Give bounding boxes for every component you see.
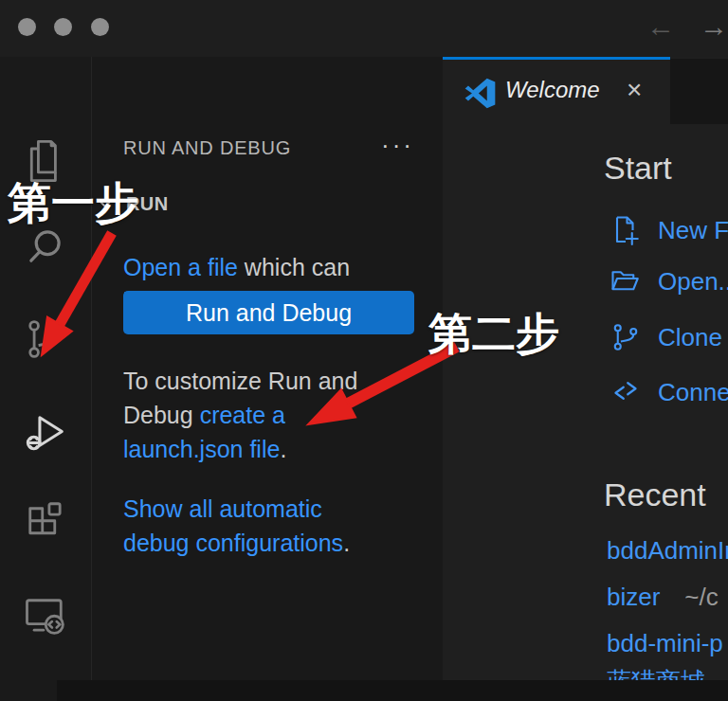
clone-repository-action[interactable]: Clone Git Repository... — [609, 318, 728, 356]
open-folder-icon — [609, 264, 643, 298]
start-item-label: Clone Git Repository... — [658, 323, 728, 352]
start-item-label: New File... — [658, 216, 728, 245]
recent-item-path: ~/c — [684, 583, 718, 612]
remote-connect-icon — [609, 375, 643, 409]
start-item-label: Open... — [658, 267, 728, 297]
run-debug-sidebar: RUN AND DEBUG ··· RUN Open a file which … — [92, 57, 443, 701]
recent-item: bddAdminInf — [607, 534, 728, 566]
customize-line2-prefix: Debug — [123, 402, 200, 428]
vscode-logo-icon — [464, 78, 496, 109]
start-item-label: Connect to... — [658, 378, 728, 407]
tab-close-icon[interactable]: × — [627, 75, 642, 105]
launch-json-file-link[interactable]: launch.json file — [123, 436, 280, 462]
bottom-strip-left — [0, 680, 57, 701]
sidebar-title: RUN AND DEBUG — [123, 137, 291, 159]
customize-line1: To customize Run and — [123, 364, 436, 398]
traffic-light-maximize-button[interactable] — [91, 18, 109, 36]
more-actions-button[interactable]: ··· — [381, 131, 414, 160]
new-file-action[interactable]: New File... — [609, 211, 728, 249]
show-all-suffix: . — [343, 530, 350, 556]
recent-item-truncated: 蓝猎商城 — [607, 665, 705, 680]
source-control-icon[interactable] — [21, 315, 70, 364]
traffic-light-close-button[interactable] — [18, 18, 36, 36]
recent-item-link[interactable]: bizer — [607, 583, 660, 612]
open-file-text-line1: Open a file which can — [123, 250, 436, 284]
customize-line2: Debug create a — [123, 398, 436, 432]
step1-label: 第一步 — [8, 174, 138, 233]
open-file-rest: which can — [238, 254, 350, 280]
debug-configurations-link[interactable]: debug configurations — [123, 530, 343, 556]
recent-item-link[interactable]: 蓝猎商城 — [607, 665, 705, 681]
recent-item: bizer ~/c — [607, 581, 719, 613]
customize-line3: launch.json file. — [123, 432, 436, 466]
editor-tab-bar: Welcome × — [443, 57, 728, 124]
git-branch-icon — [609, 320, 643, 354]
recent-item-link[interactable]: bdd-mini-p — [607, 629, 723, 658]
back-arrow-button[interactable]: ← — [646, 8, 675, 45]
connect-to-action[interactable]: Connect to... — [609, 373, 728, 411]
start-heading: Start — [604, 150, 672, 187]
activity-bar — [0, 57, 92, 701]
titlebar: ← → — [0, 0, 728, 57]
create-launch-json-link[interactable]: create a — [200, 402, 285, 428]
recent-heading: Recent — [604, 476, 706, 513]
new-file-icon — [609, 213, 643, 247]
extensions-icon[interactable] — [21, 499, 70, 548]
show-all-line2: debug configurations. — [123, 526, 436, 560]
vscode-window: ← → — [0, 0, 728, 701]
forward-arrow-button[interactable]: → — [700, 8, 728, 45]
bottom-strip — [0, 680, 728, 701]
run-and-debug-button[interactable]: Run and Debug — [123, 291, 414, 334]
recent-item: bdd-mini-p — [607, 627, 728, 659]
open-action[interactable]: Open... — [609, 262, 728, 300]
remote-explorer-icon[interactable] — [21, 591, 70, 640]
run-and-debug-icon[interactable] — [21, 407, 70, 457]
step2-label: 第二步 — [428, 305, 559, 364]
show-all-line1: Show all automatic — [123, 492, 436, 526]
recent-item-link[interactable]: bddAdminInf — [607, 536, 728, 566]
tab-title: Welcome — [505, 77, 600, 103]
tab-bar-empty-area — [670, 59, 728, 124]
welcome-page: Start New File... Open... Clone Git Repo… — [443, 124, 728, 680]
traffic-light-minimize-button[interactable] — [54, 18, 72, 36]
show-all-automatic-link[interactable]: Show all automatic — [123, 495, 322, 522]
customize-line3-suffix: . — [280, 436, 286, 462]
tab-welcome[interactable]: Welcome × — [443, 57, 670, 127]
open-a-file-link[interactable]: Open a file — [123, 254, 238, 280]
